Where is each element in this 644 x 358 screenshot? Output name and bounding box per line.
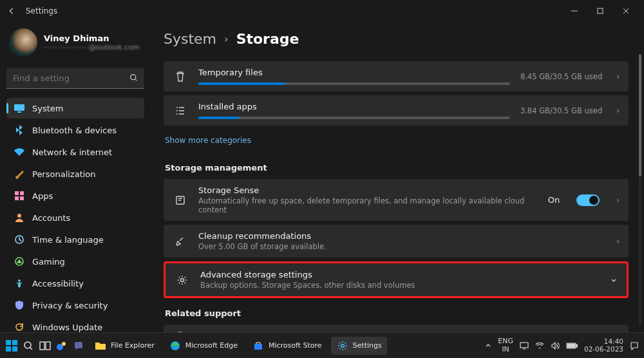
edge-icon [169,339,182,352]
minimize-button[interactable] [562,2,587,20]
taskbar-settings[interactable]: Settings [331,337,387,355]
taskbar-file-explorer[interactable]: File Explorer [89,337,160,355]
svg-point-27 [341,344,344,347]
window-title: Settings [26,6,562,15]
svg-rect-28 [520,343,528,348]
tray-wifi-icon[interactable] [535,343,544,349]
tray-lang2: IN [498,346,513,353]
temp-files-row[interactable]: Temporary files 8.45 GB/30.5 GB used › [164,61,629,91]
nav-label: Accessibility [32,279,84,288]
chevron-right-icon: › [616,106,620,115]
section-heading-related: Related support [165,308,629,318]
user-name: Viney Dhiman [44,33,140,43]
user-email: ····················@outlook.com [44,43,140,52]
main-content: System › Storage Temporary files 8.45 GB… [151,22,644,332]
svg-rect-17 [6,346,11,352]
taskbar: File Explorer Microsoft Edge Microsoft S… [0,332,644,358]
search-input[interactable] [6,68,144,89]
svg-rect-16 [12,340,17,345]
tray-volume-icon[interactable] [551,342,560,350]
breadcrumb-current: Storage [236,31,299,47]
accessibility-icon [14,278,24,288]
breadcrumb: System › Storage [164,31,629,47]
help-storage-row[interactable]: Help with Storage [164,325,629,332]
storage-sense-row[interactable]: Storage Sense Automatically free up spac… [164,179,629,221]
svg-rect-2 [14,104,24,111]
taskbar-edge[interactable]: Microsoft Edge [164,337,243,355]
svg-rect-6 [15,196,19,200]
svg-rect-15 [6,340,11,345]
card-title: Temporary files [198,68,510,77]
bluetooth-icon [14,125,24,135]
storage-sense-toggle[interactable] [576,194,600,206]
nav-label: Bluetooth & devices [32,126,117,135]
usage-text: 3.84 GB/30.5 GB used [520,106,602,115]
nav-label: Privacy & security [32,301,108,310]
nav-accessibility[interactable]: Accessibility [6,273,144,294]
tray-monitor-icon[interactable] [520,342,529,350]
taskbar-label: Settings [353,341,382,350]
nav-bluetooth[interactable]: Bluetooth & devices [6,120,144,140]
svg-rect-3 [17,111,21,113]
wifi-icon [14,147,24,157]
nav-accounts[interactable]: Accounts [6,207,144,228]
show-more-link[interactable]: Show more categories [165,136,251,145]
nav-list: System Bluetooth & devices Network & int… [6,98,144,337]
chevron-down-icon [610,276,618,284]
system-tray[interactable]: ENG IN 14:40 02-06-2023 [485,337,639,353]
scrollbar-thumb[interactable] [639,54,641,176]
nav-personalization[interactable]: Personalization [6,164,144,184]
nav-gaming[interactable]: Gaming [6,251,144,272]
svg-rect-7 [20,196,24,200]
nav-privacy[interactable]: Privacy & security [6,295,144,316]
nav-time[interactable]: Time & language [6,229,144,250]
nav-label: Apps [32,191,53,201]
svg-rect-30 [567,344,575,348]
svg-rect-26 [254,344,262,350]
avatar [9,28,37,57]
apps-icon [14,191,24,201]
nav-label: Network & internet [32,147,112,157]
task-view-icon[interactable] [39,339,52,352]
tray-notification-icon[interactable] [630,341,639,350]
nav-label: Windows Update [32,323,102,332]
svg-point-11 [18,279,21,282]
tray-chevron-icon[interactable] [485,343,491,349]
svg-point-8 [17,214,21,218]
tray-battery-icon[interactable] [566,343,578,349]
nav-label: Accounts [32,213,70,223]
search-icon [129,73,138,82]
close-button[interactable] [613,2,639,20]
tray-lang1: ENG [498,337,513,345]
profile-block[interactable]: Viney Dhiman ····················@outloo… [9,28,144,57]
installed-apps-row[interactable]: Installed apps 3.84 GB/30.5 GB used › [164,95,629,126]
taskbar-store[interactable]: Microsoft Store [247,337,327,355]
breadcrumb-parent[interactable]: System [164,31,216,47]
cleanup-row[interactable]: Cleanup recommendations Over 5.00 GB of … [164,225,629,258]
teams-icon[interactable] [72,339,85,352]
svg-rect-4 [15,191,19,195]
widgets-icon[interactable] [55,339,68,352]
taskbar-search-icon[interactable] [22,339,35,352]
card-sub: Backup options, Storage Spaces, other di… [200,281,600,290]
progress-bar [198,82,510,85]
card-title: Advanced storage settings [200,270,600,279]
maximize-button[interactable] [587,2,613,20]
clock-icon [14,234,24,245]
nav-system[interactable]: System [6,98,144,118]
svg-rect-5 [20,191,24,195]
back-button[interactable] [5,5,18,17]
display-icon [14,103,24,113]
scrollbar[interactable] [639,54,641,326]
svg-point-23 [62,342,66,346]
tray-date: 02-06-2023 [584,346,623,353]
nav-network[interactable]: Network & internet [6,142,144,162]
brush-icon [14,169,24,179]
card-sub: Over 5.00 GB of storage available. [198,242,606,251]
nav-apps[interactable]: Apps [6,185,144,206]
advanced-storage-row[interactable]: Advanced storage settings Backup options… [164,261,629,298]
search-box[interactable] [6,68,144,89]
svg-rect-20 [40,342,44,350]
progress-bar [198,117,510,119]
start-button[interactable] [5,339,18,352]
